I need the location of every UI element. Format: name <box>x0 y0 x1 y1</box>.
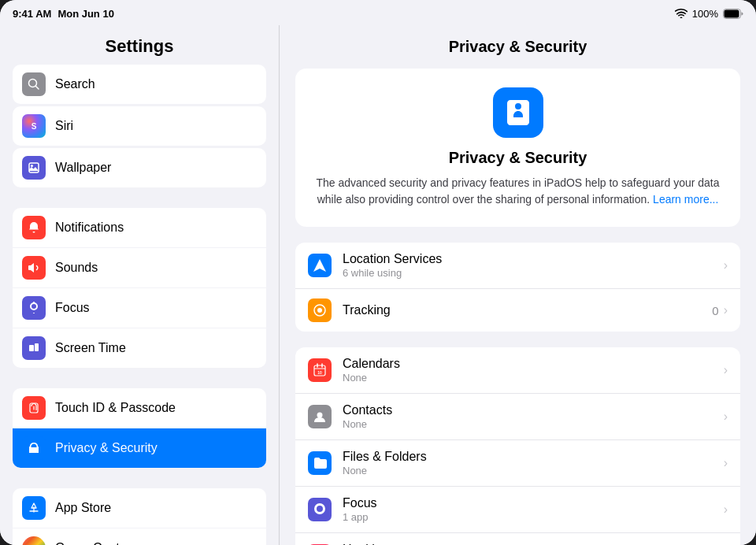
files-row-right: › <box>724 456 728 470</box>
status-time: 9:41 AM <box>13 8 51 20</box>
sidebar-item-siri[interactable]: S Siri <box>13 106 266 146</box>
battery-percent: 100% <box>692 8 718 20</box>
hero-card: Privacy & Security The advanced security… <box>295 69 740 227</box>
appstore-icon <box>22 496 46 520</box>
panel-title: Privacy & Security <box>295 38 740 56</box>
location-services-title: Location Services <box>343 252 713 266</box>
calendars-subtitle: None <box>343 372 713 384</box>
location-row-right: › <box>724 258 728 272</box>
sidebar-list[interactable]: Search S Siri <box>0 65 279 545</box>
svg-rect-7 <box>35 343 39 351</box>
location-section: Location Services 6 while using › <box>295 243 740 332</box>
sidebar-item-wallpaper[interactable]: Wallpaper <box>13 148 266 187</box>
contacts-chevron: › <box>724 410 728 424</box>
sidebar-item-wallpaper-label: Wallpaper <box>55 161 111 175</box>
tracking-value: 0 <box>712 304 718 317</box>
status-icons: 100% <box>675 8 743 20</box>
contacts-content: Contacts None <box>343 403 713 430</box>
location-services-subtitle: 6 while using <box>343 267 713 279</box>
sidebar-item-sounds[interactable]: Sounds <box>13 248 266 287</box>
sidebar-item-search-label: Search <box>55 77 95 91</box>
location-chevron: › <box>724 258 728 272</box>
sidebar-title: Settings <box>13 36 266 57</box>
contacts-title: Contacts <box>343 403 713 417</box>
wallpaper-icon <box>22 156 46 180</box>
sidebar-item-privacy[interactable]: Privacy & Security <box>13 428 266 468</box>
sidebar-group-2: Notifications Sounds <box>13 208 266 368</box>
sidebar-item-gamecenter[interactable]: Game Center <box>13 528 266 545</box>
sidebar-item-screentime[interactable]: Screen Time <box>13 328 266 368</box>
files-icon <box>308 451 332 475</box>
focus-perm-row-right: › <box>724 502 728 517</box>
focus-perm-chevron: › <box>724 502 728 517</box>
sidebar-group-4: App Store Game Center iCloud <box>13 488 266 545</box>
calendars-content: Calendars None <box>343 357 713 384</box>
sidebar-item-notifications[interactable]: Notifications <box>13 208 266 247</box>
focus-perm-title: Focus <box>343 496 713 510</box>
hero-description: The advanced security and privacy featur… <box>311 175 724 208</box>
tracking-content: Tracking <box>343 303 701 317</box>
svg-text:10: 10 <box>317 370 322 375</box>
tracking-row[interactable]: Tracking 0 › <box>295 289 740 332</box>
siri-icon: S <box>22 114 46 138</box>
learn-more-link[interactable]: Learn more... <box>653 193 718 206</box>
right-panel: Privacy & Security Privacy & Security Th… <box>280 25 756 545</box>
contacts-row[interactable]: Contacts None › <box>295 394 740 440</box>
sidebar-item-touchid-label: Touch ID & Passcode <box>55 401 176 415</box>
sidebar-item-search[interactable]: Search <box>13 65 266 104</box>
sidebar-item-siri-label: Siri <box>55 119 73 133</box>
sidebar-item-appstore[interactable]: App Store <box>13 488 266 528</box>
calendars-row-right: › <box>724 363 728 377</box>
files-title: Files & Folders <box>343 450 713 464</box>
svg-point-16 <box>317 308 322 313</box>
location-services-row[interactable]: Location Services 6 while using › <box>295 243 740 289</box>
svg-rect-4 <box>29 163 39 172</box>
main-content: Settings Search <box>0 25 756 545</box>
contacts-subtitle: None <box>343 418 713 430</box>
sounds-icon <box>22 256 46 280</box>
sidebar-group-3: Touch ID & Passcode Privacy & Security <box>13 388 266 468</box>
tracking-icon <box>308 298 332 322</box>
files-content: Files & Folders None <box>343 450 713 476</box>
svg-point-22 <box>317 413 323 418</box>
battery-icon <box>723 9 743 19</box>
screentime-icon <box>22 336 46 360</box>
focus-perm-row[interactable]: Focus 1 app › <box>295 487 740 533</box>
sidebar-item-focus[interactable]: Focus <box>13 288 266 328</box>
wifi-icon <box>675 9 687 18</box>
sidebar: Settings Search <box>0 25 280 545</box>
sidebar-item-screentime-label: Screen Time <box>55 341 126 355</box>
files-subtitle: None <box>343 465 713 476</box>
focus-perm-content: Focus 1 app <box>343 496 713 523</box>
contacts-row-right: › <box>724 410 728 424</box>
ipad-frame: 9:41 AM Mon Jun 10 100% Settings <box>0 0 756 545</box>
search-icon <box>22 72 46 96</box>
privacy-icon <box>22 436 46 460</box>
permissions-section: 10 Calendars None › <box>295 347 740 545</box>
svg-point-5 <box>31 165 33 167</box>
sidebar-item-appstore-label: App Store <box>55 501 111 515</box>
contacts-icon <box>308 405 332 428</box>
touchid-icon <box>22 396 46 420</box>
sidebar-group-1: Search S Siri <box>13 65 266 187</box>
notifications-icon <box>22 216 46 239</box>
location-services-content: Location Services 6 while using <box>343 252 713 279</box>
tracking-row-right: 0 › <box>712 303 728 317</box>
calendars-chevron: › <box>724 363 728 377</box>
svg-rect-6 <box>29 345 34 351</box>
files-row[interactable]: Files & Folders None › <box>295 440 740 487</box>
focus-perm-subtitle: 1 app <box>343 511 713 523</box>
sidebar-item-touchid[interactable]: Touch ID & Passcode <box>13 388 266 428</box>
calendars-row[interactable]: 10 Calendars None › <box>295 347 740 394</box>
svg-line-3 <box>36 87 39 90</box>
calendars-icon: 10 <box>308 358 332 382</box>
health-row[interactable]: Health None › <box>295 533 740 545</box>
sidebar-item-notifications-label: Notifications <box>55 221 124 235</box>
sidebar-item-privacy-label: Privacy & Security <box>55 441 158 455</box>
sidebar-item-sounds-label: Sounds <box>55 261 98 275</box>
status-bar: 9:41 AM Mon Jun 10 100% <box>0 0 756 25</box>
focus-icon <box>22 296 46 320</box>
status-date: Mon Jun 10 <box>57 8 114 20</box>
tracking-title: Tracking <box>343 303 701 317</box>
files-chevron: › <box>724 456 728 470</box>
